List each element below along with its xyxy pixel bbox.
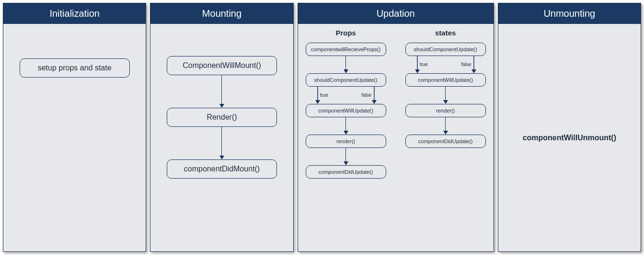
- panel-header-updation: Updation: [298, 3, 494, 24]
- arrow-icon: [344, 117, 348, 135]
- node-componentwillunmount: componentWillUnmount(): [523, 134, 616, 142]
- subcol-states: states shouldComponentUpdate() true fals…: [402, 26, 489, 179]
- svg-marker-2: [415, 69, 420, 73]
- branch-arrows-props: true false: [306, 87, 386, 104]
- node-shouldcomponentupdate-props: shouldComponentUpdate(): [306, 73, 386, 87]
- arrow-icon: [443, 117, 448, 135]
- node-componentwillmount: ComponentWillMount(): [167, 56, 277, 75]
- panel-header-mounting: Mounting: [150, 3, 293, 24]
- node-componentdidmount: componentDidMount(): [167, 159, 277, 179]
- subcol-props: Props componentwillRecieveProps() should…: [303, 26, 389, 179]
- panel-mounting: Mounting ComponentWillMount() Render() c…: [150, 3, 293, 252]
- subhead-props: Props: [335, 29, 356, 37]
- arrow-icon: [344, 148, 348, 165]
- lifecycle-diagram: Initialization setup props and state Mou…: [3, 3, 641, 252]
- panel-updation: Updation Props componentwillRecieveProps…: [298, 3, 494, 252]
- arrow-icon: [219, 75, 224, 108]
- node-render-props: render(): [306, 135, 386, 148]
- label-false-props: false: [362, 92, 372, 98]
- node-componentwillupdate-states: componentWillUpdate(): [405, 73, 486, 87]
- node-render-states: render(): [405, 104, 486, 117]
- arrow-icon: [443, 87, 448, 104]
- node-shouldcomponentupdate-states: shouldComponentUpdate(): [405, 43, 486, 56]
- panel-body-updation: Props componentwillRecieveProps() should…: [298, 24, 494, 251]
- panel-header-unmounting: Unmounting: [498, 3, 641, 24]
- svg-marker-1: [372, 100, 377, 104]
- node-componentdidupdate-props: componentDidUpdate(): [306, 165, 386, 179]
- updation-subcolumns: Props componentwillRecieveProps() should…: [303, 26, 489, 179]
- panel-body-mounting: ComponentWillMount() Render() componentD…: [150, 24, 293, 251]
- node-componentdidupdate-states: componentDidUpdate(): [405, 135, 486, 148]
- svg-marker-0: [315, 100, 320, 104]
- panel-header-initialization: Initialization: [3, 3, 146, 24]
- panel-body-unmounting: componentWillUnmount(): [498, 24, 641, 251]
- label-true-props: true: [320, 92, 328, 98]
- panel-unmounting: Unmounting componentWillUnmount(): [498, 3, 641, 252]
- subhead-states: states: [435, 29, 456, 37]
- svg-marker-3: [472, 69, 476, 73]
- node-componentwillupdate-props: componentWillUpdate(): [306, 104, 386, 117]
- node-setup-props-state: setup props and state: [20, 58, 130, 78]
- panel-initialization: Initialization setup props and state: [3, 3, 146, 252]
- panel-body-initialization: setup props and state: [3, 24, 146, 251]
- label-true-states: true: [420, 62, 428, 67]
- label-false-states: false: [461, 62, 472, 67]
- branch-arrows-states: true false: [405, 56, 486, 73]
- node-componentwillreceiveprops: componentwillRecieveProps(): [306, 43, 386, 56]
- arrow-icon: [344, 56, 348, 73]
- arrow-icon: [219, 127, 224, 159]
- node-render: Render(): [167, 108, 277, 127]
